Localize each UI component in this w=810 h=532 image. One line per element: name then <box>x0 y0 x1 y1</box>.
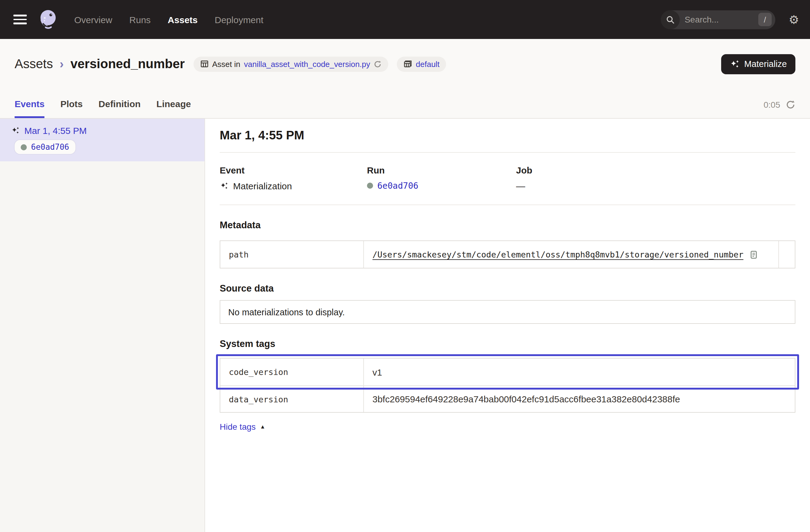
source-data-empty-box: No materializations to display. <box>220 300 795 324</box>
primary-nav: Overview Runs Assets Deployment <box>74 14 263 25</box>
copy-icon[interactable] <box>749 250 758 259</box>
event-detail-title: Mar 1, 4:55 PM <box>220 128 795 142</box>
tab-definition[interactable]: Definition <box>99 99 141 118</box>
search-placeholder: Search... <box>685 15 758 25</box>
nav-deployment[interactable]: Deployment <box>215 14 263 25</box>
page-title: versioned_number <box>70 57 185 71</box>
divider <box>220 205 795 205</box>
event-column: Event Materialization <box>220 165 367 191</box>
event-detail-panel: Mar 1, 4:55 PM Event Materialization Run <box>205 119 810 532</box>
slash-shortcut-key: / <box>758 13 772 26</box>
sparkle-icon <box>220 181 229 191</box>
tab-lineage[interactable]: Lineage <box>157 99 191 118</box>
search-icon <box>661 10 680 29</box>
tabs-row: Events Plots Definition Lineage 0:05 <box>0 80 810 118</box>
nav-assets[interactable]: Assets <box>168 14 197 25</box>
app-window: Overview Runs Assets Deployment Search..… <box>0 0 810 532</box>
topbar-right: Search... / ⚙ <box>661 10 799 29</box>
event-summary-columns: Event Materialization Run 6e0ad706 <box>220 165 795 191</box>
table-row: data_version 3bfc269594ef649228e9a74bab0… <box>220 385 795 412</box>
table-spacer-cell <box>778 241 795 268</box>
tab-plots[interactable]: Plots <box>60 99 82 118</box>
job-column: Job — <box>516 165 795 191</box>
gear-icon[interactable]: ⚙ <box>789 14 799 25</box>
sparkle-icon <box>11 126 20 135</box>
breadcrumb: Assets › versioned_number <box>15 57 185 71</box>
asset-in-label: Asset in <box>212 59 240 68</box>
repo-default-link[interactable]: default <box>416 59 440 68</box>
run-badge[interactable]: 6e0ad706 <box>15 140 75 154</box>
table-icon <box>200 60 208 68</box>
divider <box>220 152 795 153</box>
nav-overview[interactable]: Overview <box>74 14 112 25</box>
system-tag-key: code_version <box>220 358 364 385</box>
run-id-link[interactable]: 6e0ad706 <box>377 181 418 191</box>
job-value: — <box>516 181 525 191</box>
system-tag-value: 3bfc269594ef649228e9a74bab00f042efc91d5a… <box>372 394 680 404</box>
content-area: Mar 1, 4:55 PM 6e0ad706 Mar 1, 4:55 PM E… <box>0 119 810 532</box>
run-id-label: 6e0ad706 <box>31 142 69 151</box>
breadcrumb-separator-icon: › <box>59 57 64 71</box>
top-navigation-bar: Overview Runs Assets Deployment Search..… <box>0 0 810 39</box>
event-list-item[interactable]: Mar 1, 4:55 PM 6e0ad706 <box>0 119 205 161</box>
run-column-label: Run <box>367 165 516 175</box>
system-tags-heading: System tags <box>220 338 795 350</box>
sparkle-icon <box>730 59 740 69</box>
metadata-key: path <box>220 241 364 268</box>
table-row: path /Users/smackesey/stm/code/elementl/… <box>220 241 795 268</box>
metadata-table: path /Users/smackesey/stm/code/elementl/… <box>220 240 795 269</box>
caret-up-icon: ▲ <box>260 424 265 430</box>
refresh-area: 0:05 <box>764 100 796 118</box>
system-tag-value: v1 <box>372 367 382 377</box>
breadcrumb-assets-link[interactable]: Assets <box>15 57 53 71</box>
system-tags-table: code_version v1 data_version 3bfc269594e… <box>220 358 795 413</box>
page-header: Assets › versioned_number Asset in vanil… <box>0 39 810 119</box>
asset-tabs: Events Plots Definition Lineage <box>15 99 191 118</box>
menu-icon[interactable] <box>13 15 27 25</box>
event-list-sidebar: Mar 1, 4:55 PM 6e0ad706 <box>0 119 205 532</box>
event-timestamp-link[interactable]: Mar 1, 4:55 PM <box>11 125 195 136</box>
job-column-label: Job <box>516 165 795 175</box>
breadcrumb-row: Assets › versioned_number Asset in vanil… <box>0 39 810 80</box>
event-timestamp-label: Mar 1, 4:55 PM <box>25 125 87 136</box>
source-data-heading: Source data <box>220 283 795 294</box>
refresh-countdown: 0:05 <box>764 100 780 110</box>
asset-definition-pill: Asset in vanilla_asset_with_code_version… <box>193 56 388 71</box>
table-row: code_version v1 <box>220 358 795 385</box>
dagster-logo[interactable] <box>35 7 60 32</box>
metadata-path-link[interactable]: /Users/smackesey/stm/code/elementl/oss/t… <box>372 249 743 259</box>
run-status-dot <box>367 182 373 189</box>
materialize-button[interactable]: Materialize <box>721 54 795 74</box>
repo-pill: default <box>397 56 447 71</box>
metadata-heading: Metadata <box>220 220 795 231</box>
event-column-label: Event <box>220 165 367 175</box>
search-input[interactable]: Search... / <box>661 10 775 29</box>
source-data-empty-message: No materializations to display. <box>228 307 345 317</box>
refresh-icon[interactable] <box>785 100 795 110</box>
run-column: Run 6e0ad706 <box>367 165 516 191</box>
run-status-dot <box>21 144 27 150</box>
nav-runs[interactable]: Runs <box>129 14 151 25</box>
hide-tags-label: Hide tags <box>220 422 256 432</box>
asset-file-link[interactable]: vanilla_asset_with_code_version.py <box>244 59 370 68</box>
system-tag-key: data_version <box>220 386 364 412</box>
tab-events[interactable]: Events <box>15 99 45 118</box>
grid-icon <box>404 60 412 68</box>
event-type-label: Materialization <box>233 181 292 191</box>
hide-tags-link[interactable]: Hide tags ▲ <box>220 422 265 432</box>
materialize-label: Materialize <box>744 59 787 69</box>
reload-icon[interactable] <box>374 60 382 68</box>
